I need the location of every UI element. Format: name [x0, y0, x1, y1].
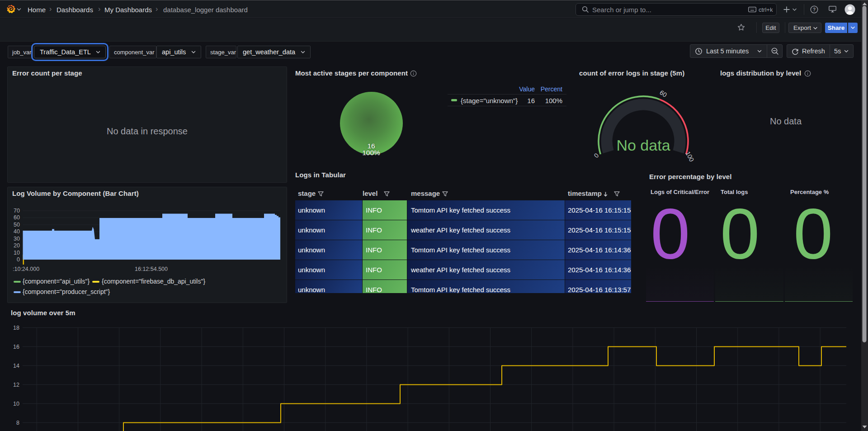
svg-text:10: 10 [14, 250, 20, 256]
svg-text:8: 8 [16, 420, 19, 426]
svg-text:0: 0 [17, 256, 20, 263]
svg-text:12: 12 [13, 382, 19, 388]
svg-text:0: 0 [592, 152, 600, 159]
svg-text:60: 60 [14, 214, 20, 221]
svg-text:14: 14 [13, 363, 19, 369]
svg-text:100: 100 [684, 150, 695, 163]
svg-text:?: ? [813, 7, 816, 12]
svg-text:18: 18 [13, 325, 19, 331]
svg-text:60: 60 [658, 89, 668, 99]
svg-text:10: 10 [13, 401, 19, 407]
svg-text:16:12:54.500: 16:12:54.500 [135, 266, 168, 272]
svg-text:30: 30 [14, 236, 20, 242]
svg-text:No data: No data [616, 137, 670, 154]
svg-text:70: 70 [14, 208, 20, 214]
svg-text:16: 16 [13, 344, 19, 350]
svg-text:20: 20 [14, 242, 20, 249]
svg-text:50: 50 [14, 222, 20, 228]
svg-text::10:24.000: :10:24.000 [13, 266, 39, 272]
svg-text:40: 40 [14, 228, 20, 235]
